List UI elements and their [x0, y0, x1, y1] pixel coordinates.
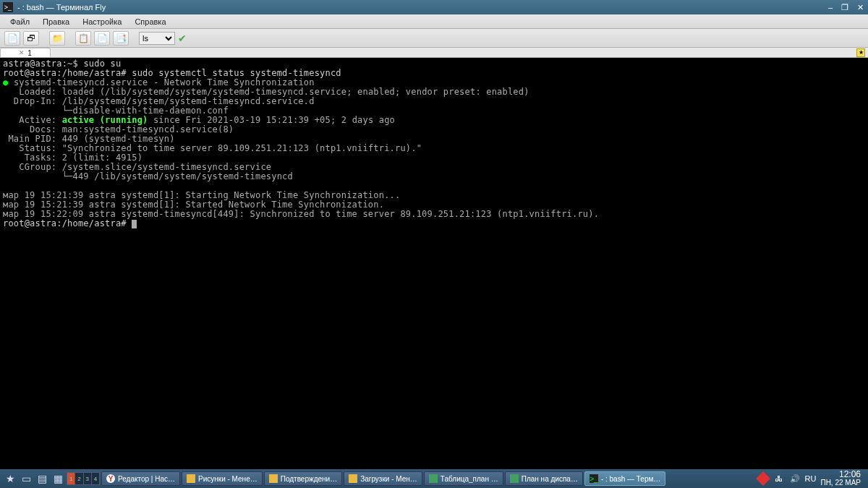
network-icon[interactable]: 🖧 [773, 473, 785, 484]
taskbar-app-pictures[interactable]: Рисунки - Мене… [182, 471, 263, 486]
sound-icon[interactable]: 🔊 [789, 473, 801, 484]
menubar: Файл Правка Настройка Справка [0, 14, 868, 29]
workspace-3[interactable]: 3 [84, 473, 92, 484]
window-titlebar: >_ - : bash — Терминал Fly – ❐ ✕ [0, 0, 868, 14]
new-window-button[interactable]: 🗗 [23, 31, 39, 46]
star-icon[interactable]: ★ [856, 48, 865, 57]
yandex-icon: Y [106, 474, 115, 483]
clipboard-button[interactable]: 📑 [113, 31, 129, 46]
clock[interactable]: 12:06 ПН, 22 МАР [820, 471, 861, 487]
new-tab-button[interactable]: 📄 [4, 31, 20, 46]
window-list-button[interactable]: ▦ [51, 471, 65, 486]
taskbar-app-editor[interactable]: YРедактор | Нас… [101, 471, 180, 486]
menu-file[interactable]: Файл [4, 16, 35, 27]
workspace-1[interactable]: 1 [67, 473, 75, 484]
tab-strip: ✕ 1 ★ [0, 48, 868, 58]
menu-settings[interactable]: Настройка [77, 16, 127, 27]
folder-icon [187, 474, 195, 483]
workspace-switcher[interactable]: 1 2 3 4 [67, 472, 100, 485]
clock-time: 12:06 [820, 471, 861, 479]
folder-icon [269, 474, 278, 483]
minimize-button[interactable]: – [827, 3, 834, 12]
start-menu-button[interactable]: ★ [3, 471, 17, 486]
window-title: - : bash — Терминал Fly [17, 3, 827, 12]
taskbar-app-plan[interactable]: План на диспа… [505, 471, 583, 486]
terminal-cursor [132, 220, 137, 228]
terminal-tab[interactable]: ✕ 1 [0, 48, 51, 57]
toolbar: 📄 🗗 📁 📋 📄 📑 ls ✔ [0, 29, 868, 48]
taskbar-app-confirm[interactable]: Подтверждени… [264, 471, 342, 486]
system-tray: 🖧 🔊 RU 12:06 ПН, 22 МАР [753, 471, 865, 487]
tab-right-controls: ★ [856, 48, 868, 57]
keyboard-layout[interactable]: RU [805, 474, 817, 483]
menu-help[interactable]: Справка [129, 16, 171, 27]
updater-icon[interactable] [757, 473, 769, 484]
command-select[interactable]: ls [139, 32, 175, 45]
menu-edit[interactable]: Правка [37, 16, 75, 27]
tab-label: 1 [27, 49, 32, 57]
run-command-button[interactable]: ✔ [178, 33, 187, 44]
open-button[interactable]: 📁 [49, 31, 65, 46]
spreadsheet-icon [510, 474, 519, 483]
terminal-app-icon: >_ [3, 2, 13, 12]
terminal-output[interactable]: astra@astra:~$ sudo su root@astra:/home/… [0, 58, 868, 469]
show-desktop-button[interactable]: ▭ [19, 471, 33, 486]
spreadsheet-icon [429, 474, 438, 483]
clock-date: ПН, 22 МАР [820, 479, 861, 487]
paste-button[interactable]: 📄 [94, 31, 110, 46]
copy-button[interactable]: 📋 [75, 31, 91, 46]
folder-icon [349, 474, 357, 483]
taskbar-app-downloads[interactable]: Загрузки - Мен… [344, 471, 422, 486]
terminal-icon: >_ [590, 474, 598, 483]
file-manager-button[interactable]: ▤ [35, 471, 49, 486]
workspace-4[interactable]: 4 [92, 473, 99, 484]
tab-close-icon[interactable]: ✕ [19, 49, 25, 56]
maximize-button[interactable]: ❐ [840, 3, 850, 12]
taskbar-app-table[interactable]: Таблица_план … [424, 471, 503, 486]
taskbar: ★ ▭ ▤ ▦ 1 2 3 4 YРедактор | Нас… Рисунки… [0, 469, 868, 488]
workspace-2[interactable]: 2 [75, 473, 83, 484]
taskbar-app-terminal[interactable]: >_- : bash — Терм… [584, 471, 665, 486]
close-button[interactable]: ✕ [856, 3, 865, 12]
